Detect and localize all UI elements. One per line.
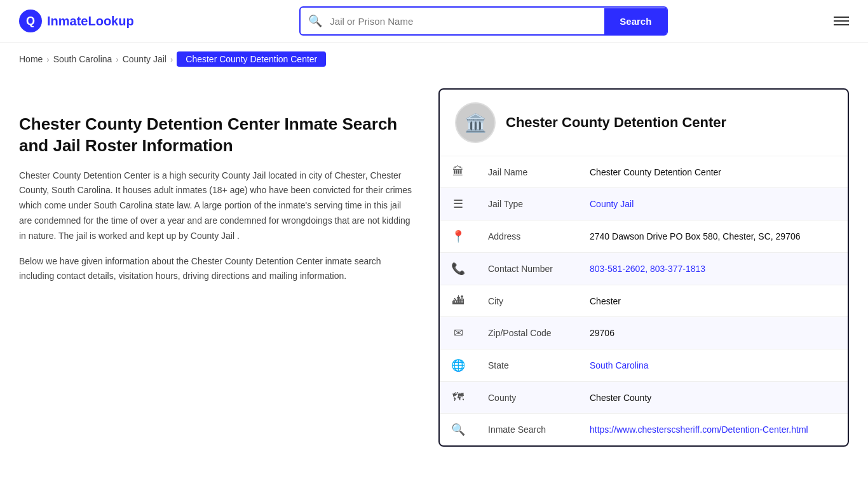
row-icon: 📞 [440, 253, 477, 285]
breadcrumb-state[interactable]: South Carolina [53, 54, 112, 64]
table-row: 🌐StateSouth Carolina [440, 349, 848, 382]
search-bar: 🔍 Search [299, 6, 668, 36]
row-value: Chester County [578, 382, 848, 414]
table-row: 📞Contact Number803-581-2602, 803-377-181… [440, 253, 848, 285]
row-label: Jail Type [477, 188, 578, 220]
info-table: 🏛Jail NameChester County Detention Cente… [440, 156, 848, 445]
row-label: City [477, 285, 578, 317]
breadcrumb-sep-3: › [170, 55, 173, 64]
row-value-link[interactable]: South Carolina [590, 360, 649, 370]
row-label: Contact Number [477, 253, 578, 285]
table-row: 🏙CityChester [440, 285, 848, 317]
search-icon: 🔍 [301, 8, 330, 34]
row-value[interactable]: 803-581-2602, 803-377-1813 [578, 253, 848, 285]
main-content: Chester County Detention Center Inmate S… [0, 76, 868, 472]
row-icon: 🏙 [440, 285, 477, 317]
row-value: Chester [578, 285, 848, 317]
row-icon: ☰ [440, 188, 477, 220]
page-desc-2: Below we have given information about th… [19, 254, 413, 285]
row-label: Inmate Search [477, 414, 578, 446]
row-label: State [477, 349, 578, 382]
row-icon: 🌐 [440, 349, 477, 382]
table-row: 🗺CountyChester County [440, 382, 848, 414]
right-column: 🏛️ Chester County Detention Center 🏛Jail… [438, 88, 849, 447]
row-value: 2740 Dawson Drive PO Box 580, Chester, S… [578, 220, 848, 253]
breadcrumb-home[interactable]: Home [19, 54, 43, 64]
facility-image: 🏛️ [455, 102, 496, 143]
logo-icon: Q [19, 10, 42, 32]
row-icon: 📍 [440, 220, 477, 253]
info-card: 🏛️ Chester County Detention Center 🏛Jail… [438, 88, 849, 447]
row-icon: 🔍 [440, 414, 477, 446]
table-row: 📍Address2740 Dawson Drive PO Box 580, Ch… [440, 220, 848, 253]
header: Q InmateLookup 🔍 Search [0, 0, 868, 43]
row-value-link[interactable]: https://www.chesterscsheriff.com/Detenti… [590, 424, 808, 435]
breadcrumb-sep-1: › [46, 55, 49, 64]
logo[interactable]: Q InmateLookup [19, 10, 134, 32]
facility-name: Chester County Detention Center [506, 114, 726, 131]
table-row: 🏛Jail NameChester County Detention Cente… [440, 156, 848, 188]
page-desc-1: Chester County Detention Center is a hig… [19, 168, 413, 244]
row-label: Jail Name [477, 156, 578, 188]
row-value: Chester County Detention Center [578, 156, 848, 188]
table-row: ☰Jail TypeCounty Jail [440, 188, 848, 220]
breadcrumb-sep-2: › [116, 55, 118, 64]
card-header: 🏛️ Chester County Detention Center [440, 90, 848, 156]
row-value-link[interactable]: 803-581-2602, 803-377-1813 [590, 264, 705, 274]
row-label: Zip/Postal Code [477, 317, 578, 349]
breadcrumb: Home › South Carolina › County Jail › Ch… [0, 43, 868, 76]
search-input[interactable] [330, 10, 604, 33]
left-column: Chester County Detention Center Inmate S… [19, 88, 413, 447]
row-label: County [477, 382, 578, 414]
row-value[interactable]: County Jail [578, 188, 848, 220]
row-value: 29706 [578, 317, 848, 349]
row-icon: 🏛 [440, 156, 477, 188]
logo-text: InmateLookup [47, 14, 134, 29]
row-value[interactable]: South Carolina [578, 349, 848, 382]
table-row: ✉Zip/Postal Code29706 [440, 317, 848, 349]
menu-icon[interactable] [834, 17, 849, 25]
row-label: Address [477, 220, 578, 253]
row-icon: 🗺 [440, 382, 477, 414]
breadcrumb-current: Chester County Detention Center [177, 51, 326, 67]
breadcrumb-type[interactable]: County Jail [123, 54, 166, 64]
page-title: Chester County Detention Center Inmate S… [19, 114, 413, 157]
table-row: 🔍Inmate Searchhttps://www.chesterscsheri… [440, 414, 848, 446]
row-value[interactable]: https://www.chesterscsheriff.com/Detenti… [578, 414, 848, 446]
search-button[interactable]: Search [604, 8, 667, 34]
row-icon: ✉ [440, 317, 477, 349]
row-value-link[interactable]: County Jail [590, 199, 634, 209]
